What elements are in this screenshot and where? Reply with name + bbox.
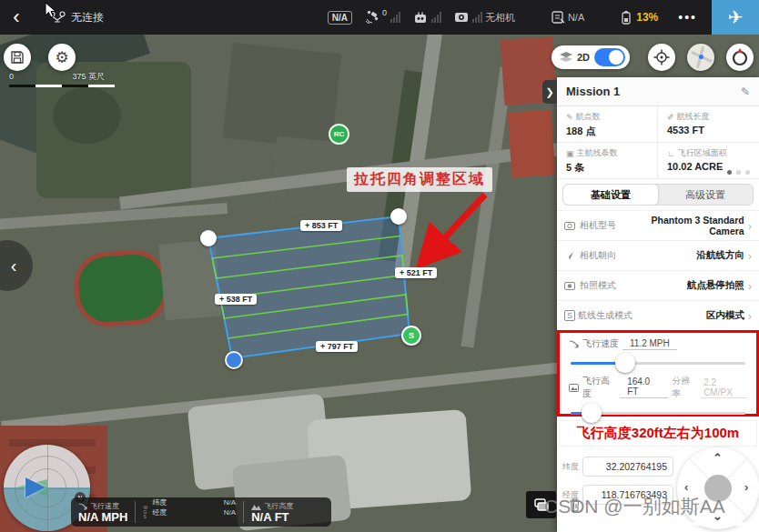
- compass-icon: [731, 48, 749, 66]
- latitude-input[interactable]: 32.202764195: [582, 457, 673, 477]
- telemetry-speed-value: N/A MPH: [78, 511, 127, 523]
- save-icon: [10, 50, 25, 65]
- altitude-label: 飞行高度: [582, 375, 616, 400]
- dpad-up-button[interactable]: ⌃: [713, 451, 723, 465]
- camera-signal-bars-icon: [472, 12, 482, 23]
- delete-mission-button[interactable]: [568, 497, 582, 513]
- edge-length-label: + 538 FT: [215, 294, 257, 305]
- back-button[interactable]: ‹: [0, 5, 33, 29]
- row-value: 沿航线方向: [616, 249, 744, 262]
- dpad-center-knob[interactable]: [704, 475, 732, 502]
- map-terrain-patch: [460, 67, 512, 348]
- compass-button[interactable]: [726, 44, 754, 71]
- row-camera-model[interactable]: 相机型号 Phantom 3 Standard Camera ›: [557, 210, 759, 240]
- row-camera-heading[interactable]: 相机朝向 沿航线方向 ›: [557, 240, 759, 270]
- more-menu-button[interactable]: •••: [678, 10, 697, 25]
- stat-label: 航线长度: [677, 111, 710, 123]
- rc-signal-bars-icon: [431, 12, 441, 23]
- camera-icon: [564, 222, 577, 230]
- map-settings-button[interactable]: ⚙: [48, 44, 76, 71]
- stat-value: 5 条: [566, 161, 657, 175]
- edge-length-label: + 797 FT: [316, 341, 358, 352]
- dpad-right-button[interactable]: ›: [744, 480, 748, 494]
- edit-mission-button[interactable]: ✎: [741, 85, 750, 98]
- locate-button[interactable]: [648, 44, 675, 71]
- dpad-left-button[interactable]: ‹: [684, 480, 688, 494]
- save-mission-button[interactable]: [4, 44, 31, 71]
- altitude-slider-track[interactable]: [571, 412, 745, 415]
- area-corner-handle[interactable]: [200, 230, 217, 246]
- dpad-down-button[interactable]: ⌄: [713, 509, 723, 523]
- route-start-handle[interactable]: S: [401, 326, 421, 346]
- chevron-right-icon: ›: [748, 219, 752, 233]
- edge-length-label: + 853 FT: [300, 220, 342, 231]
- edge-length-label: + 521 FT: [395, 267, 437, 278]
- left-panel-collapse-button[interactable]: ‹: [0, 240, 33, 291]
- battery-status[interactable]: 13%: [621, 10, 658, 25]
- tab-advanced-settings[interactable]: 高级设置: [658, 185, 753, 205]
- row-label: 相机朝向: [580, 249, 616, 262]
- camera-status: 无相机: [454, 11, 515, 25]
- row-route-mode[interactable]: S 航线生成模式 区内模式 ›: [557, 300, 759, 330]
- tab-basic-settings[interactable]: 基础设置: [563, 185, 658, 205]
- satellite-signal-bars-icon: [390, 12, 400, 23]
- row-value: 区内模式: [632, 309, 744, 322]
- gear-icon: ⚙: [55, 48, 68, 67]
- chevron-right-icon: ❯: [545, 86, 553, 98]
- checklist-status[interactable]: N/A: [552, 11, 584, 24]
- altitude-value[interactable]: 164.0 FT: [620, 376, 668, 398]
- speed-label: 飞行速度: [582, 337, 619, 350]
- scale-zero: 0: [9, 72, 14, 81]
- map-type-button[interactable]: [526, 491, 556, 518]
- gps-na-badge: N/A: [328, 11, 352, 25]
- area-corner-handle-selected[interactable]: [225, 351, 243, 369]
- speed-value[interactable]: 11.2 MPH: [622, 338, 677, 350]
- stat-label: 主航线条数: [577, 147, 618, 159]
- stat-main-lines: ▣ 主航线条数 5 条: [557, 143, 658, 179]
- connection-status-label: 无连接: [71, 10, 104, 25]
- top-status-bar: ‹ 无连接 N/A 0: [0, 0, 759, 35]
- telemetry-speed: 飞行速度 N/A MPH: [71, 497, 135, 527]
- stats-page-dots[interactable]: [727, 170, 750, 175]
- speed-slider-row: 飞行速度 11.2 MPH: [560, 333, 756, 365]
- stat-value: 4533 FT: [667, 125, 759, 136]
- camera-status-label: 无相机: [485, 11, 515, 25]
- telemetry-bar: 飞行速度 N/A MPH WGS 纬度 N/A 经度 N/A: [71, 497, 331, 527]
- row-photo-mode[interactable]: 拍照模式 航点悬停拍照 ›: [557, 270, 759, 300]
- map-2d-toggle[interactable]: 2D: [552, 45, 630, 69]
- flight-area-polygon[interactable]: [208, 216, 410, 358]
- map-terrain-patch: [158, 239, 221, 320]
- area-corner-handle[interactable]: [390, 208, 407, 225]
- speed-slider-thumb[interactable]: [615, 353, 635, 373]
- resolution-label: 分辨率: [672, 375, 697, 400]
- telemetry-lat-label: 纬度: [152, 497, 167, 507]
- battery-percent: 13%: [636, 11, 658, 24]
- aircraft-connection-status: 无连接: [49, 10, 104, 25]
- minimap-position-dot: [699, 55, 703, 59]
- nudge-dpad[interactable]: ⌃ ‹ › ⌄: [677, 447, 759, 529]
- altitude-slider-thumb[interactable]: [582, 403, 602, 423]
- home-indicator[interactable]: [637, 522, 754, 526]
- altitude-icon: [251, 503, 261, 510]
- gps-mode-badge: N/A: [328, 11, 352, 25]
- mission-stats: ✎ 航点数 188 点 ✐ 航线长度 4533 FT ▣ 主航线条数 5 条 ∟…: [557, 106, 759, 179]
- chevron-right-icon: ›: [748, 279, 752, 293]
- stat-waypoints: ✎ 航点数 188 点: [557, 106, 658, 143]
- stat-route-length: ✐ 航线长度 4533 FT: [658, 106, 759, 143]
- row-label: 拍照模式: [580, 279, 616, 292]
- 2d-toggle-switch[interactable]: [594, 48, 625, 66]
- row-label: 航线生成模式: [578, 309, 632, 322]
- map-scale: 0 375 英尺: [9, 71, 115, 87]
- stat-value: 188 点: [566, 125, 657, 138]
- speed-slider-track[interactable]: [571, 362, 745, 365]
- minimap-button[interactable]: [687, 44, 714, 71]
- longitude-input[interactable]: 118.716763493: [582, 485, 673, 505]
- stat-label: 飞行区域面积: [678, 147, 727, 159]
- scale-distance-label: 375 英尺: [73, 72, 106, 81]
- telemetry-coords: WGS 纬度 N/A 经度 N/A: [136, 497, 243, 527]
- map-terrain-patch: [0, 203, 228, 230]
- panel-collapse-button[interactable]: ❯: [542, 80, 557, 104]
- waypoint-icon: ✎: [566, 113, 573, 122]
- speed-icon: [78, 503, 87, 510]
- takeoff-button[interactable]: ✈: [712, 0, 759, 35]
